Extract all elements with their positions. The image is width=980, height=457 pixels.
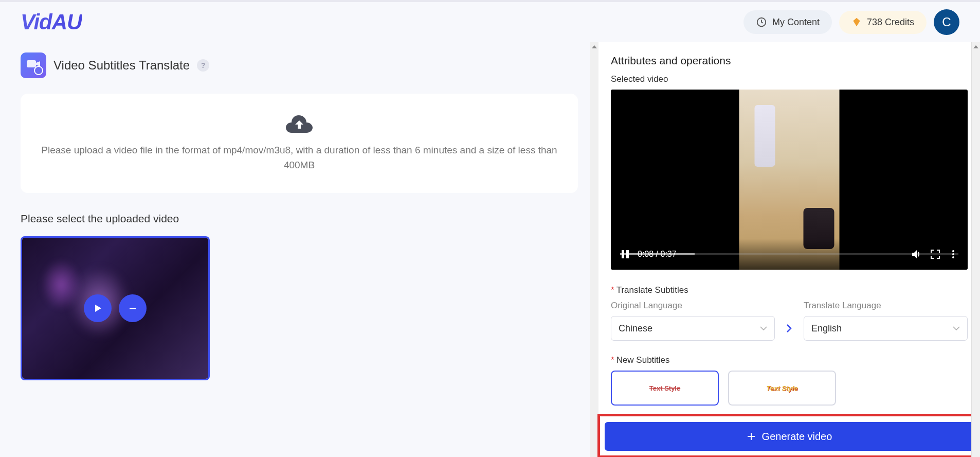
language-row: Original Language Chinese Translate Lang… [611, 301, 968, 341]
original-language-value: Chinese [619, 323, 652, 334]
fullscreen-icon[interactable] [930, 249, 941, 260]
plus-icon [747, 432, 756, 441]
logo: VidAU [21, 10, 82, 34]
generate-wrap: Generate video [598, 416, 980, 457]
original-language-select[interactable]: Chinese [611, 316, 775, 341]
header: VidAU My Content 738 Credits C [0, 0, 980, 42]
clock-icon [756, 16, 767, 28]
required-star: * [611, 355, 614, 365]
play-icon [93, 304, 102, 313]
help-icon[interactable]: ? [197, 59, 209, 72]
subtitle-style-1[interactable]: Text Style [611, 371, 719, 406]
subtitle-style-row: Text Style Text Style [611, 371, 968, 406]
translate-language-col: Translate Language English [804, 301, 968, 341]
scroll-up-icon[interactable] [972, 42, 980, 51]
required-star: * [611, 285, 614, 295]
style-2-preview: Text Style [746, 379, 818, 397]
svg-rect-1 [27, 60, 36, 67]
chevron-down-icon [760, 326, 767, 330]
select-uploaded-label: Please select the uploaded video [21, 213, 578, 225]
svg-rect-3 [622, 250, 624, 258]
svg-rect-2 [130, 308, 136, 309]
more-icon[interactable] [948, 249, 958, 259]
uploaded-video-thumb[interactable] [21, 236, 210, 380]
right-inner: Attributes and operations Selected video… [598, 42, 980, 416]
upload-hint: Please upload a video file in the format… [41, 143, 557, 172]
thumb-controls [22, 238, 208, 379]
translate-language-select[interactable]: English [804, 316, 968, 341]
generate-video-button[interactable]: Generate video [605, 422, 974, 451]
scroll-up-icon[interactable] [590, 42, 598, 51]
attributes-title: Attributes and operations [611, 55, 968, 67]
translate-language-value: English [811, 323, 842, 334]
volume-icon[interactable] [910, 248, 922, 260]
pause-button[interactable] [620, 249, 630, 259]
cloud-upload-icon [286, 114, 313, 134]
style-1-preview: Text Style [629, 379, 701, 397]
upload-box[interactable]: Please upload a video file in the format… [21, 94, 578, 193]
page-title: Video Subtitles Translate [53, 58, 190, 73]
video-icon [27, 60, 40, 71]
right-scrollbar[interactable] [971, 42, 980, 457]
credits-label: 738 Credits [867, 17, 914, 28]
my-content-label: My Content [772, 17, 820, 28]
diamond-icon [851, 17, 862, 27]
avatar-letter: C [942, 15, 951, 29]
video-preview[interactable]: 0:08 / 0:37 [611, 90, 968, 270]
remove-thumb-button[interactable] [119, 294, 147, 322]
translate-language-label: Translate Language [804, 301, 968, 311]
left-panel: Video Subtitles Translate ? Please uploa… [0, 42, 598, 457]
svg-point-7 [952, 256, 954, 258]
chevron-down-icon [953, 326, 960, 330]
credits-button[interactable]: 738 Credits [839, 11, 927, 34]
original-language-label: Original Language [611, 301, 775, 311]
page-title-row: Video Subtitles Translate ? [21, 52, 578, 78]
header-right: My Content 738 Credits C [743, 9, 959, 35]
translate-subtitles-label: *Translate Subtitles [611, 285, 968, 295]
selected-video-label: Selected video [611, 74, 968, 84]
generate-label: Generate video [762, 431, 832, 443]
svg-rect-4 [626, 250, 629, 258]
scrollbar-track[interactable] [590, 51, 598, 457]
subtitle-style-2[interactable]: Text Style [728, 371, 836, 406]
my-content-button[interactable]: My Content [743, 10, 832, 34]
video-controls: 0:08 / 0:37 [611, 239, 968, 270]
main: Video Subtitles Translate ? Please uploa… [0, 42, 980, 457]
right-panel: Attributes and operations Selected video… [598, 42, 980, 457]
new-subtitles-label: *New Subtitles [611, 355, 968, 365]
avatar[interactable]: C [934, 9, 959, 35]
video-time: 0:08 / 0:37 [638, 250, 677, 259]
subtitles-translate-icon [21, 52, 46, 78]
scrollbar-track[interactable] [972, 51, 980, 457]
minus-icon [128, 304, 137, 313]
left-scrollbar[interactable] [590, 42, 598, 457]
original-language-col: Original Language Chinese [611, 301, 775, 341]
svg-point-5 [952, 250, 954, 252]
svg-point-6 [952, 253, 954, 255]
play-thumb-button[interactable] [84, 294, 112, 322]
arrow-right-icon [782, 316, 796, 341]
